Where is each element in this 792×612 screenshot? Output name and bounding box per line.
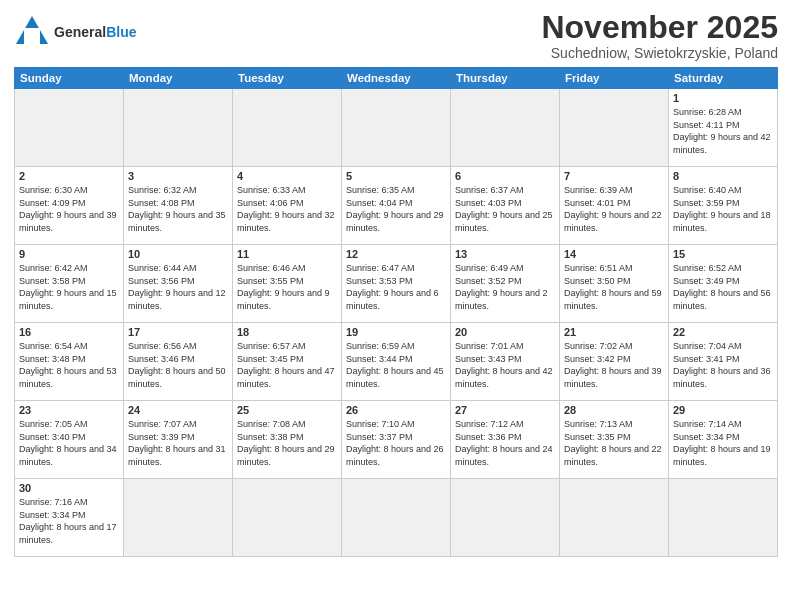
calendar-body: 1Sunrise: 6:28 AM Sunset: 4:11 PM Daylig… <box>15 89 778 557</box>
col-monday: Monday <box>124 68 233 89</box>
cell-date: 14 <box>564 248 664 260</box>
calendar-table: Sunday Monday Tuesday Wednesday Thursday… <box>14 67 778 557</box>
col-saturday: Saturday <box>669 68 778 89</box>
cell-date: 4 <box>237 170 337 182</box>
table-row: 23Sunrise: 7:05 AM Sunset: 3:40 PM Dayli… <box>15 401 124 479</box>
cell-info: Sunrise: 6:37 AM Sunset: 4:03 PM Dayligh… <box>455 184 555 234</box>
table-row: 22Sunrise: 7:04 AM Sunset: 3:41 PM Dayli… <box>669 323 778 401</box>
col-friday: Friday <box>560 68 669 89</box>
table-row: 21Sunrise: 7:02 AM Sunset: 3:42 PM Dayli… <box>560 323 669 401</box>
cell-info: Sunrise: 6:46 AM Sunset: 3:55 PM Dayligh… <box>237 262 337 312</box>
table-row: 18Sunrise: 6:57 AM Sunset: 3:45 PM Dayli… <box>233 323 342 401</box>
col-wednesday: Wednesday <box>342 68 451 89</box>
table-row: 13Sunrise: 6:49 AM Sunset: 3:52 PM Dayli… <box>451 245 560 323</box>
table-row: 28Sunrise: 7:13 AM Sunset: 3:35 PM Dayli… <box>560 401 669 479</box>
cell-info: Sunrise: 6:33 AM Sunset: 4:06 PM Dayligh… <box>237 184 337 234</box>
cell-date: 18 <box>237 326 337 338</box>
cell-info: Sunrise: 6:54 AM Sunset: 3:48 PM Dayligh… <box>19 340 119 390</box>
table-row: 19Sunrise: 6:59 AM Sunset: 3:44 PM Dayli… <box>342 323 451 401</box>
col-tuesday: Tuesday <box>233 68 342 89</box>
cell-date: 7 <box>564 170 664 182</box>
cell-date: 16 <box>19 326 119 338</box>
cell-info: Sunrise: 6:44 AM Sunset: 3:56 PM Dayligh… <box>128 262 228 312</box>
cell-info: Sunrise: 6:40 AM Sunset: 3:59 PM Dayligh… <box>673 184 773 234</box>
cell-date: 27 <box>455 404 555 416</box>
page-header: GeneralBlue November 2025 Suchedniow, Sw… <box>14 10 778 61</box>
cell-date: 2 <box>19 170 119 182</box>
cell-info: Sunrise: 6:32 AM Sunset: 4:08 PM Dayligh… <box>128 184 228 234</box>
logo-text: GeneralBlue <box>54 24 136 40</box>
table-row: 8Sunrise: 6:40 AM Sunset: 3:59 PM Daylig… <box>669 167 778 245</box>
cell-date: 17 <box>128 326 228 338</box>
month-title: November 2025 <box>541 10 778 45</box>
cell-info: Sunrise: 7:16 AM Sunset: 3:34 PM Dayligh… <box>19 496 119 546</box>
title-block: November 2025 Suchedniow, Swietokrzyskie… <box>541 10 778 61</box>
table-row: 7Sunrise: 6:39 AM Sunset: 4:01 PM Daylig… <box>560 167 669 245</box>
cell-info: Sunrise: 6:59 AM Sunset: 3:44 PM Dayligh… <box>346 340 446 390</box>
cell-info: Sunrise: 6:30 AM Sunset: 4:09 PM Dayligh… <box>19 184 119 234</box>
cell-date: 6 <box>455 170 555 182</box>
cell-date: 8 <box>673 170 773 182</box>
table-row: 17Sunrise: 6:56 AM Sunset: 3:46 PM Dayli… <box>124 323 233 401</box>
table-row: 16Sunrise: 6:54 AM Sunset: 3:48 PM Dayli… <box>15 323 124 401</box>
table-row: 27Sunrise: 7:12 AM Sunset: 3:36 PM Dayli… <box>451 401 560 479</box>
table-row <box>233 479 342 557</box>
table-row: 29Sunrise: 7:14 AM Sunset: 3:34 PM Dayli… <box>669 401 778 479</box>
cell-date: 3 <box>128 170 228 182</box>
cell-date: 29 <box>673 404 773 416</box>
table-row: 9Sunrise: 6:42 AM Sunset: 3:58 PM Daylig… <box>15 245 124 323</box>
table-row: 14Sunrise: 6:51 AM Sunset: 3:50 PM Dayli… <box>560 245 669 323</box>
weekday-row: Sunday Monday Tuesday Wednesday Thursday… <box>15 68 778 89</box>
col-thursday: Thursday <box>451 68 560 89</box>
cell-info: Sunrise: 7:04 AM Sunset: 3:41 PM Dayligh… <box>673 340 773 390</box>
cell-date: 13 <box>455 248 555 260</box>
cell-info: Sunrise: 7:10 AM Sunset: 3:37 PM Dayligh… <box>346 418 446 468</box>
calendar-header: Sunday Monday Tuesday Wednesday Thursday… <box>15 68 778 89</box>
table-row <box>15 89 124 167</box>
cell-info: Sunrise: 7:13 AM Sunset: 3:35 PM Dayligh… <box>564 418 664 468</box>
cell-date: 1 <box>673 92 773 104</box>
logo: GeneralBlue <box>14 14 136 50</box>
cell-info: Sunrise: 7:08 AM Sunset: 3:38 PM Dayligh… <box>237 418 337 468</box>
table-row <box>342 479 451 557</box>
cell-info: Sunrise: 6:49 AM Sunset: 3:52 PM Dayligh… <box>455 262 555 312</box>
cell-date: 19 <box>346 326 446 338</box>
cell-date: 23 <box>19 404 119 416</box>
table-row: 12Sunrise: 6:47 AM Sunset: 3:53 PM Dayli… <box>342 245 451 323</box>
cell-info: Sunrise: 7:07 AM Sunset: 3:39 PM Dayligh… <box>128 418 228 468</box>
calendar-page: GeneralBlue November 2025 Suchedniow, Sw… <box>0 0 792 612</box>
table-row <box>342 89 451 167</box>
cell-info: Sunrise: 6:39 AM Sunset: 4:01 PM Dayligh… <box>564 184 664 234</box>
cell-info: Sunrise: 6:52 AM Sunset: 3:49 PM Dayligh… <box>673 262 773 312</box>
cell-date: 15 <box>673 248 773 260</box>
cell-date: 28 <box>564 404 664 416</box>
cell-info: Sunrise: 6:42 AM Sunset: 3:58 PM Dayligh… <box>19 262 119 312</box>
table-row: 6Sunrise: 6:37 AM Sunset: 4:03 PM Daylig… <box>451 167 560 245</box>
cell-date: 26 <box>346 404 446 416</box>
table-row: 20Sunrise: 7:01 AM Sunset: 3:43 PM Dayli… <box>451 323 560 401</box>
table-row <box>124 479 233 557</box>
table-row: 2Sunrise: 6:30 AM Sunset: 4:09 PM Daylig… <box>15 167 124 245</box>
table-row: 5Sunrise: 6:35 AM Sunset: 4:04 PM Daylig… <box>342 167 451 245</box>
table-row <box>124 89 233 167</box>
cell-info: Sunrise: 6:57 AM Sunset: 3:45 PM Dayligh… <box>237 340 337 390</box>
cell-info: Sunrise: 7:02 AM Sunset: 3:42 PM Dayligh… <box>564 340 664 390</box>
table-row <box>233 89 342 167</box>
cell-date: 10 <box>128 248 228 260</box>
table-row <box>451 479 560 557</box>
cell-info: Sunrise: 7:05 AM Sunset: 3:40 PM Dayligh… <box>19 418 119 468</box>
location-title: Suchedniow, Swietokrzyskie, Poland <box>541 45 778 61</box>
cell-info: Sunrise: 6:28 AM Sunset: 4:11 PM Dayligh… <box>673 106 773 156</box>
cell-info: Sunrise: 7:12 AM Sunset: 3:36 PM Dayligh… <box>455 418 555 468</box>
table-row: 4Sunrise: 6:33 AM Sunset: 4:06 PM Daylig… <box>233 167 342 245</box>
table-row <box>669 479 778 557</box>
table-row: 26Sunrise: 7:10 AM Sunset: 3:37 PM Dayli… <box>342 401 451 479</box>
logo-icon <box>14 14 50 50</box>
cell-info: Sunrise: 6:51 AM Sunset: 3:50 PM Dayligh… <box>564 262 664 312</box>
svg-rect-1 <box>24 28 40 44</box>
table-row: 15Sunrise: 6:52 AM Sunset: 3:49 PM Dayli… <box>669 245 778 323</box>
cell-info: Sunrise: 7:01 AM Sunset: 3:43 PM Dayligh… <box>455 340 555 390</box>
table-row: 10Sunrise: 6:44 AM Sunset: 3:56 PM Dayli… <box>124 245 233 323</box>
table-row: 1Sunrise: 6:28 AM Sunset: 4:11 PM Daylig… <box>669 89 778 167</box>
table-row: 3Sunrise: 6:32 AM Sunset: 4:08 PM Daylig… <box>124 167 233 245</box>
